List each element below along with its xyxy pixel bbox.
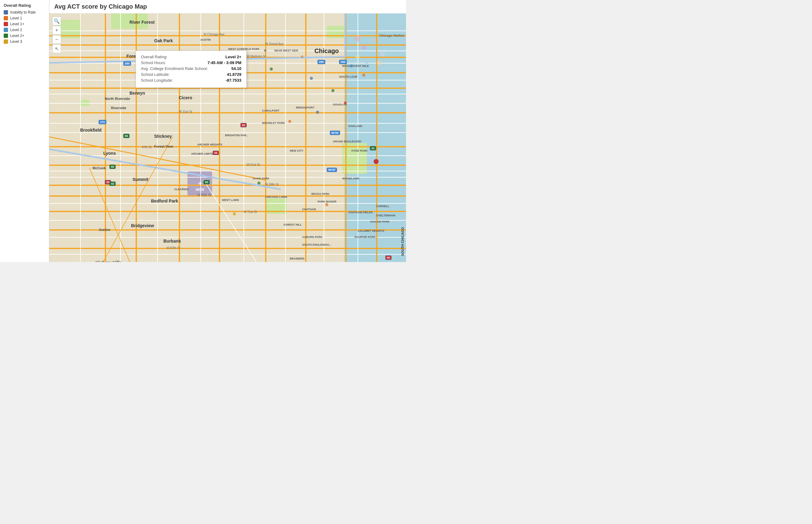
archer-heights-label: ARCHER HEIGHTS (197, 143, 222, 146)
search-button[interactable]: 🔍 (52, 17, 61, 25)
road-87th (49, 248, 406, 249)
legend-items: Inability to RateLevel 1Level 1+Level 2L… (4, 10, 45, 44)
tooltip-school-hours-value: 7:45 AM - 3:09 PM (208, 61, 241, 65)
road-minor-11 (49, 177, 406, 178)
legend-color-box (4, 28, 8, 32)
road-minor-12 (49, 203, 406, 204)
road-minor-15 (49, 254, 406, 255)
road-v-minor-7 (324, 14, 324, 262)
school-dot-10[interactable] (325, 203, 328, 206)
road-v-lake-shore (345, 14, 346, 262)
road-minor-1 (49, 31, 406, 31)
zoom-out-button[interactable]: − (52, 35, 61, 44)
cluster-dot-7 (365, 61, 368, 64)
school-dot-2[interactable] (270, 67, 273, 70)
road-v-minor-6 (285, 14, 286, 262)
cluster-dot-2 (362, 45, 366, 50)
road-79th (49, 229, 406, 231)
tooltip-school-hours-label: School Hours: (141, 61, 166, 65)
legend-item: Level 3 (4, 39, 45, 44)
road-minor-6 (49, 103, 406, 103)
canalport-label: CANALPORT (262, 109, 280, 112)
highway-shield-290d: 290 (339, 60, 347, 64)
road-grand-ave (49, 44, 406, 46)
highway-shield-55b: 55 (213, 151, 219, 155)
highway-shield-66: 66 (123, 134, 129, 138)
road-47th (49, 146, 406, 147)
austin-label: AUSTIN (200, 38, 211, 41)
legend-item: Level 2+ (4, 34, 45, 38)
road-minor-8 (49, 132, 406, 133)
road-v-minor-8 (358, 14, 358, 262)
school-dot-9[interactable] (233, 212, 236, 215)
riverside-label: Riverside (111, 106, 126, 110)
hickory-hills-label: Hickory Hills (96, 260, 122, 262)
legend-color-box (4, 10, 8, 15)
tooltip-overall-rating-value: Level 2+ (225, 54, 241, 59)
legend-item: Level 2 (4, 28, 45, 32)
legend-item-label: Level 2 (10, 28, 22, 32)
legend-item: Inability to Rate (4, 10, 45, 15)
road-71st (49, 211, 406, 212)
highway-shield-66b: 66 (110, 165, 116, 169)
legend-color-box (4, 16, 8, 20)
road-minor-14 (49, 237, 406, 238)
tooltip-overall-rating-row: Overall Rating: Level 2+ (141, 54, 241, 59)
legend-item-label: Level 1+ (10, 22, 25, 26)
school-dot-13[interactable] (264, 49, 266, 52)
archer-limits-label: ARCHER LIMITS (191, 152, 213, 155)
school-dot-7[interactable] (344, 101, 347, 104)
school-dot-4[interactable] (288, 120, 291, 123)
tooltip-latitude-row: School Latitude: 41.8729 (141, 72, 241, 77)
summit-label: Summit (133, 177, 148, 182)
legend-color-box (4, 22, 8, 26)
cluster-dot-6 (377, 61, 381, 65)
road-v-minor-1 (80, 14, 81, 262)
road-minor-10 (49, 171, 406, 171)
legend-item: Level 1+ (4, 22, 45, 26)
road-51st (49, 165, 406, 166)
cursor-button[interactable]: ↖ (52, 44, 61, 53)
school-dot-12[interactable] (362, 74, 365, 77)
tooltip-latitude-value: 41.8729 (227, 72, 241, 77)
tooltip-overall-rating-label: Overall Rating: (141, 54, 167, 59)
bridgeview-label: Bridgeview (131, 223, 154, 228)
legend-color-box (4, 34, 8, 38)
tooltip-school-hours-row: School Hours: 7:45 AM - 3:09 PM (141, 61, 241, 65)
mccook-label: McCook (93, 166, 106, 170)
tooltip-enrollment-value: 54.10 (231, 66, 241, 71)
berwyn-label: Berwyn (129, 91, 145, 96)
main-panel: Avg ACT score by Chicago Map ✈ (49, 0, 406, 262)
park-manor-label: PARK MANOR (318, 200, 336, 203)
road-v-minor-2 (120, 14, 121, 262)
legend-item-label: Level 1 (10, 16, 22, 20)
school-dot-3[interactable] (310, 77, 313, 80)
highway-shield-90: 90 (385, 256, 391, 260)
map-container[interactable]: ✈ (49, 14, 406, 262)
becks-park-label: BECKS PARK (311, 192, 329, 195)
school-dot-8[interactable] (257, 182, 260, 185)
school-marker-red[interactable] (374, 159, 378, 164)
cluster-dot-4 (379, 51, 385, 56)
brookfield-label: Brookfield (80, 128, 101, 133)
school-tooltip: Overall Rating: Level 2+ School Hours: 7… (136, 51, 247, 88)
tooltip-longitude-label: School Longitude: (141, 78, 173, 83)
burbank-label: Burbank (163, 239, 181, 244)
highway-shield-9094a: 90·94 (330, 131, 340, 135)
school-dot-6[interactable] (331, 89, 335, 92)
school-dot-14[interactable] (301, 55, 303, 58)
zoom-in-button[interactable]: + (52, 26, 61, 34)
forest-hill-label: FOREST HILL (283, 223, 302, 226)
south-englewood-label: SOUTH ENGLEWOO... (302, 243, 331, 246)
road-59th (49, 185, 406, 186)
road-63rd (49, 195, 406, 197)
cicero-label: Cicero (179, 95, 192, 100)
highway-shield-43: 43 (110, 182, 116, 186)
school-dot-5[interactable] (316, 111, 319, 114)
tooltip-enrollment-row: Avg. College Enrollment Rate School: 54.… (141, 66, 241, 71)
park-area-2 (111, 14, 148, 29)
school-dot-11[interactable] (350, 64, 353, 67)
cluster-dot-5 (355, 54, 360, 59)
svg-line-6 (204, 180, 265, 262)
legend-color-box (4, 39, 8, 44)
